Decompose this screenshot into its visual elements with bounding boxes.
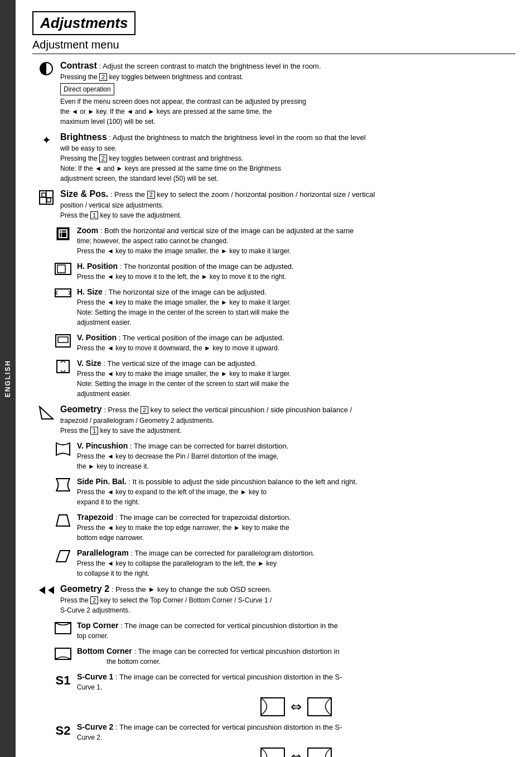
scurve2-content: S-Curve 2 : The image can be corrected f… bbox=[77, 722, 515, 757]
hpos-title: H. Position bbox=[77, 262, 118, 271]
hpos-icon bbox=[55, 263, 71, 275]
svg-rect-11 bbox=[55, 289, 71, 297]
svg-marker-27 bbox=[48, 586, 54, 594]
section-brightness: ✦ Brightness : Adjust the brightness to … bbox=[32, 132, 515, 184]
botcorner-desc: the bottom corner. bbox=[77, 657, 515, 667]
page-subtitle: Adjustment menu bbox=[32, 38, 515, 51]
geometry-colon: : Press the 2 key to select the vertical… bbox=[104, 406, 352, 414]
main-content: Adjustments Adjustment menu Contrast : A… bbox=[16, 0, 532, 757]
vpincushion-icon bbox=[56, 442, 70, 456]
vsize-colon: : The vertical size of the image can be … bbox=[103, 359, 257, 368]
vpos-title: V. Position bbox=[77, 333, 117, 342]
zoom-content: Zoom : Both the horizontal and vertical … bbox=[77, 226, 515, 256]
zoom-desc: time; however, the aspect ratio cannot b… bbox=[77, 236, 515, 256]
section-sidepin: Side Pin. Bal. : It is possible to adjus… bbox=[32, 477, 515, 507]
section-topcorner: Top Corner : The image can be corrected … bbox=[32, 621, 515, 641]
direct-op-label: Direct operation bbox=[60, 83, 114, 95]
parallelogram-icon bbox=[56, 549, 70, 563]
vpincushion-desc: Press the ◄ key to decrease the Pin / Ba… bbox=[77, 451, 515, 471]
svg-marker-25 bbox=[56, 551, 70, 562]
sizepos-title: Size & Pos. bbox=[60, 189, 108, 199]
vpos-desc: Press the ◄ key to move it downward, the… bbox=[77, 343, 515, 353]
vpincushion-title: V. Pincushion bbox=[77, 441, 128, 450]
section-vpincushion: V. Pincushion : The image can be correct… bbox=[32, 441, 515, 471]
icon-geometry-cell bbox=[32, 404, 60, 420]
vsize-desc: Press the ◄ key to make the image smalle… bbox=[77, 369, 515, 399]
scurve1-icon: S1 bbox=[56, 673, 71, 688]
section-parallelogram: Parallelogram : The image can be correct… bbox=[32, 548, 515, 578]
botcorner-colon: : The image can be corrected for vertica… bbox=[134, 647, 339, 655]
brightness-desc: will be easy to see. Pressing the 2 key … bbox=[60, 143, 515, 184]
section-scurve2: S2 S-Curve 2 : The image can be correcte… bbox=[32, 722, 515, 757]
contrast-content: Contrast : Adjust the screen contrast to… bbox=[60, 61, 515, 127]
scurve2-title: S-Curve 2 bbox=[77, 722, 113, 731]
parallelogram-title: Parallelogram bbox=[77, 548, 129, 557]
hpos-desc: Press the ◄ key to move it to the left, … bbox=[77, 272, 515, 282]
brightness-content: Brightness : Adjust the brightness to ma… bbox=[60, 132, 515, 184]
svg-rect-4 bbox=[47, 198, 51, 202]
icon-geo2-cell bbox=[32, 584, 60, 595]
section-vpos: V. Position : The vertical position of t… bbox=[32, 333, 515, 353]
geo2-icon bbox=[38, 585, 55, 595]
brightness-colon: : Adjust the brightness to match the bri… bbox=[109, 133, 365, 142]
section-geometry: Geometry : Press the 2 key to select the… bbox=[32, 404, 515, 436]
trapezoid-colon: : The image can be corrected for trapezo… bbox=[115, 513, 291, 522]
vsize-title: V. Size bbox=[77, 359, 101, 368]
section-sizepos: Size & Pos. : Press the 2 key to select … bbox=[32, 189, 515, 220]
svg-rect-3 bbox=[42, 193, 46, 197]
icon-parallelogram-cell bbox=[49, 548, 77, 563]
icon-vpos-cell bbox=[49, 333, 77, 348]
svg-marker-24 bbox=[56, 515, 70, 526]
sidepin-content: Side Pin. Bal. : It is possible to adjus… bbox=[77, 477, 515, 507]
svg-marker-23 bbox=[40, 407, 53, 419]
section-vsize: V. Size : The vertical size of the image… bbox=[32, 359, 515, 399]
section-hsize: H. Size : The horizontal size of the ima… bbox=[32, 287, 515, 327]
scurve1-title: S-Curve 1 bbox=[77, 672, 113, 681]
scurve2-colon: : The image can be corrected for vertica… bbox=[115, 723, 342, 731]
page-title-box: Adjustments bbox=[32, 11, 136, 35]
geometry-content: Geometry : Press the 2 key to select the… bbox=[60, 404, 515, 436]
section-contrast: Contrast : Adjust the screen contrast to… bbox=[32, 61, 515, 127]
contrast-title: Contrast bbox=[60, 61, 97, 70]
zoom-title: Zoom bbox=[77, 226, 98, 235]
svg-rect-33 bbox=[308, 748, 331, 757]
svg-rect-17 bbox=[58, 337, 68, 343]
svg-marker-26 bbox=[39, 586, 45, 594]
sidepin-title: Side Pin. Bal. bbox=[77, 477, 127, 486]
hsize-icon bbox=[55, 288, 71, 297]
title-divider bbox=[32, 54, 515, 54]
svg-rect-10 bbox=[57, 265, 65, 273]
scurve1-diagram: ⇔ bbox=[77, 697, 515, 717]
trapezoid-icon bbox=[56, 514, 70, 527]
contrast-desc: Pressing the 2 key toggles between brigh… bbox=[60, 72, 515, 127]
icon-hpos-cell bbox=[49, 262, 77, 275]
hsize-desc: Press the ◄ key to make the image smalle… bbox=[77, 297, 515, 327]
icon-contrast-cell bbox=[32, 61, 60, 75]
topcorner-colon: : The image can be corrected for vertica… bbox=[120, 621, 338, 630]
vpos-icon bbox=[55, 334, 71, 348]
brightness-icon: ✦ bbox=[42, 133, 51, 147]
geo2-title: Geometry 2 bbox=[60, 584, 109, 594]
icon-vsize-cell bbox=[49, 359, 77, 373]
trapezoid-title: Trapezoid bbox=[77, 513, 113, 522]
scurve1-desc: Curve 1. ⇔ bbox=[77, 682, 515, 717]
icon-brightness-cell: ✦ bbox=[32, 132, 60, 147]
icon-scurve1-cell: S1 bbox=[49, 672, 77, 688]
trapezoid-desc: Press the ◄ key to make the top edge nar… bbox=[77, 523, 515, 543]
topcorner-content: Top Corner : The image can be corrected … bbox=[77, 621, 515, 641]
svg-rect-18 bbox=[57, 360, 69, 373]
scurve2-desc: Curve 2. ⇔ bbox=[77, 732, 515, 757]
icon-sidepin-cell bbox=[49, 477, 77, 491]
parallelogram-content: Parallelogram : The image can be correct… bbox=[77, 548, 515, 578]
hsize-colon: : The horizontal size of the image can b… bbox=[105, 288, 267, 296]
vpincushion-content: V. Pincushion : The image can be correct… bbox=[77, 441, 515, 471]
icon-topcorner-cell bbox=[49, 621, 77, 634]
trapezoid-content: Trapezoid : The image can be corrected f… bbox=[77, 513, 515, 543]
icon-scurve2-cell: S2 bbox=[49, 722, 77, 738]
hpos-content: H. Position : The horizontal position of… bbox=[77, 262, 515, 282]
brightness-title: Brightness bbox=[60, 132, 107, 142]
geometry-icon bbox=[38, 406, 54, 420]
botcorner-icon bbox=[55, 648, 71, 660]
icon-hsize-cell bbox=[49, 287, 77, 297]
sidepin-icon bbox=[56, 478, 70, 491]
